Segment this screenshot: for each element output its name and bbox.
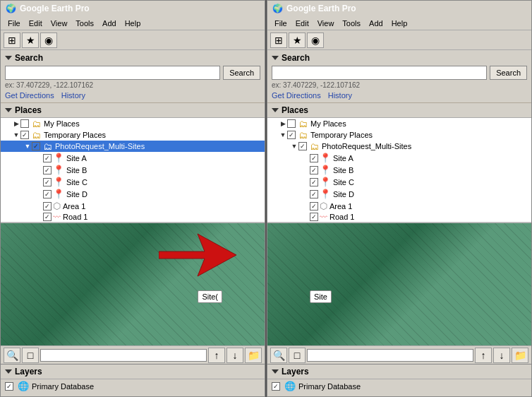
folder-icon-temp-right: 🗂 [297, 130, 308, 140]
tree-temp-places-left[interactable]: ▼ 🗂 Temporary Places [1, 129, 265, 141]
get-directions-link-left[interactable]: Get Directions [5, 91, 54, 100]
chk-area1-right[interactable] [310, 202, 318, 211]
search-btn-bottom-right[interactable]: 🔍 [270, 348, 287, 363]
tree-site-c-left[interactable]: 📍 Site C [1, 176, 265, 188]
tree-my-places-left[interactable]: ▶ 🗂 My Places [1, 118, 265, 129]
tree-photo-request-left[interactable]: ▼ 🗂 PhotoRequest_Multi-Sites [1, 141, 265, 152]
menu-add-right[interactable]: Add [365, 19, 387, 28]
history-link-left[interactable]: History [61, 91, 85, 100]
expander-temp-right[interactable]: ▼ [279, 131, 287, 139]
filter-input-left[interactable] [40, 349, 207, 362]
places-triangle-left [5, 108, 12, 112]
checkbox-photo-right[interactable] [298, 142, 307, 150]
toolbar-btn2-right[interactable]: ★ [289, 32, 306, 48]
primary-db-item-left[interactable]: 🌐 Primary Database [1, 379, 265, 393]
chk-site-d-right[interactable] [310, 190, 318, 198]
map-area-left: Site( [1, 223, 265, 345]
menu-edit-right[interactable]: Edit [291, 19, 313, 28]
menu-view-right[interactable]: View [313, 19, 339, 28]
search-button-right[interactable]: Search [490, 66, 527, 80]
tree-site-a-left[interactable]: 📍 Site A [1, 152, 265, 164]
menu-tools-right[interactable]: Tools [338, 19, 365, 28]
tree-site-d-left[interactable]: 📍 Site D [1, 188, 265, 200]
geo-icon-site-d-right: 📍 [320, 189, 331, 199]
search-input-left[interactable] [5, 66, 220, 80]
filter-input-right[interactable] [307, 349, 473, 362]
exp-site-d-right [301, 190, 310, 198]
checkbox-temp-right[interactable] [287, 131, 296, 139]
get-directions-link-right[interactable]: Get Directions [272, 91, 321, 100]
tree-road1-right[interactable]: 〰 Road 1 [267, 212, 531, 222]
expander-my-places-left[interactable]: ▶ [12, 119, 20, 128]
toolbar-btn3-right[interactable]: ◉ [307, 32, 324, 48]
chk-site-b-right[interactable] [310, 166, 318, 174]
search-btn-bottom-left[interactable]: 🔍 [4, 348, 20, 363]
tree-left: ▶ 🗂 My Places ▼ 🗂 Temporary Places ▼ 🗂 [1, 118, 265, 223]
toolbar-btn2-left[interactable]: ★ [22, 32, 39, 48]
menu-tools-left[interactable]: Tools [71, 19, 98, 28]
menu-view-left[interactable]: View [47, 19, 72, 28]
geo-icon-site-c-right: 📍 [320, 177, 331, 187]
checkbox-photo-left[interactable] [32, 142, 40, 150]
history-link-right[interactable]: History [328, 91, 352, 100]
chk-site-a-right[interactable] [310, 154, 318, 162]
primary-db-item-right[interactable]: 🌐 Primary Database [267, 379, 531, 393]
toolbar-btn1-left[interactable]: ⊞ [4, 32, 20, 48]
square-btn-bottom-right[interactable]: □ [289, 348, 306, 363]
layers-label-right: Layers [282, 367, 309, 377]
tree-temp-places-right[interactable]: ▼ 🗂 Temporary Places [267, 129, 531, 141]
checkbox-temp-left[interactable] [20, 131, 29, 139]
up-btn-bottom-right[interactable]: ↑ [475, 348, 492, 363]
chk-site-a-left[interactable] [43, 154, 52, 162]
chk-road1-right[interactable] [310, 213, 318, 221]
tree-site-b-left[interactable]: 📍 Site B [1, 164, 265, 176]
down-btn-bottom-left[interactable]: ↓ [226, 348, 243, 363]
tree-road1-left[interactable]: 〰 Road 1 [1, 212, 265, 222]
chk-site-b-left[interactable] [43, 166, 52, 174]
tree-my-places-right[interactable]: ▶ 🗂 My Places [267, 118, 531, 129]
expander-temp-left[interactable]: ▼ [12, 131, 20, 139]
square-btn-bottom-left[interactable]: □ [22, 348, 39, 363]
expander-photo-right[interactable]: ▼ [290, 142, 298, 150]
chk-site-c-right[interactable] [310, 178, 318, 186]
expander-photo-left[interactable]: ▼ [23, 142, 32, 150]
tree-site-d-right[interactable]: 📍 Site D [267, 188, 531, 200]
menu-edit-left[interactable]: Edit [25, 19, 47, 28]
chk-primary-db-right[interactable] [272, 382, 280, 391]
app-title-left: Google Earth Pro [20, 4, 90, 13]
tree-site-b-right[interactable]: 📍 Site B [267, 164, 531, 176]
menu-file-right[interactable]: File [270, 19, 291, 28]
layers-header-left: Layers [1, 365, 265, 379]
folder-btn-bottom-left[interactable]: 📁 [245, 348, 262, 363]
search-button-left[interactable]: Search [223, 66, 260, 80]
chk-site-d-left[interactable] [43, 190, 52, 198]
temp-places-label-left: Temporary Places [44, 131, 106, 139]
search-input-right[interactable] [272, 66, 487, 80]
tree-area1-right[interactable]: ⬡ Area 1 [267, 200, 531, 212]
up-btn-bottom-left[interactable]: ↑ [208, 348, 225, 363]
chk-site-c-left[interactable] [43, 178, 52, 186]
tree-site-a-right[interactable]: 📍 Site A [267, 152, 531, 164]
tree-area1-left[interactable]: ⬡ Area 1 [1, 200, 265, 212]
menu-help-left[interactable]: Help [121, 19, 145, 28]
toolbar-btn3-left[interactable]: ◉ [40, 32, 57, 48]
toolbar-btn1-right[interactable]: ⊞ [270, 32, 287, 48]
expander-my-places-right[interactable]: ▶ [279, 119, 287, 128]
menu-file-left[interactable]: File [4, 19, 25, 28]
folder-icon-photo-left: 🗂 [42, 141, 53, 151]
checkbox-my-places-left[interactable] [20, 119, 29, 128]
exp-site-a-right [301, 154, 310, 162]
menu-help-right[interactable]: Help [387, 19, 412, 28]
menu-add-left[interactable]: Add [98, 19, 121, 28]
chk-road1-left[interactable] [43, 213, 52, 221]
tree-site-c-right[interactable]: 📍 Site C [267, 176, 531, 188]
search-links-right: Get Directions History [272, 91, 527, 100]
tree-photo-request-right[interactable]: ▼ 🗂 PhotoRequest_Multi-Sites [267, 141, 531, 152]
chk-area1-left[interactable] [43, 202, 52, 211]
chk-primary-db-left[interactable] [5, 382, 13, 391]
search-header-left: Search [5, 53, 260, 63]
folder-btn-bottom-right[interactable]: 📁 [512, 348, 528, 363]
places-wrapper-left: Places ▶ 🗂 My Places ▼ 🗂 Temporary Place… [1, 103, 265, 223]
down-btn-bottom-right[interactable]: ↓ [493, 348, 510, 363]
checkbox-my-places-right[interactable] [287, 119, 296, 128]
